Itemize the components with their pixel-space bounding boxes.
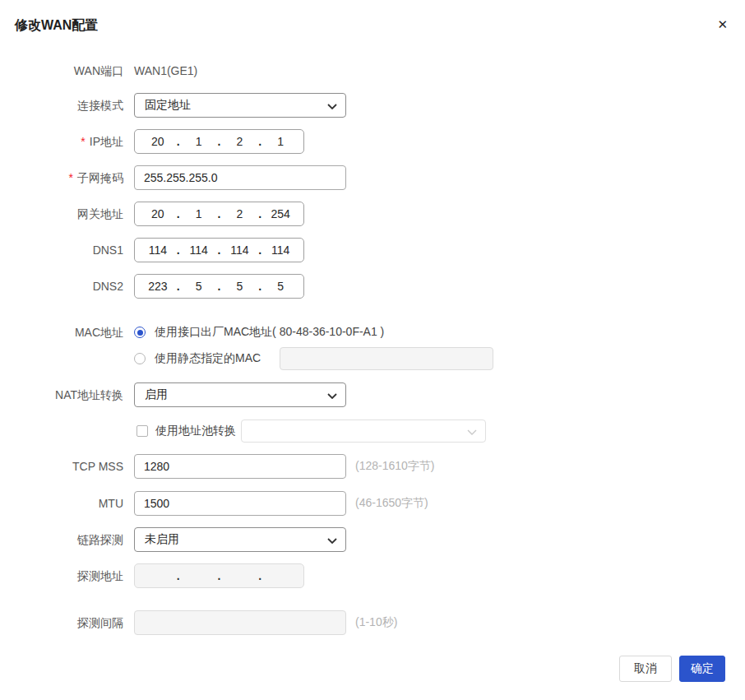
connection-mode-select[interactable]: 固定地址: [134, 93, 346, 118]
gateway-octet-4[interactable]: 254: [262, 207, 298, 220]
mac-address-label: MAC地址: [0, 326, 123, 339]
ip-octet-4[interactable]: 1: [262, 135, 298, 148]
mac-static-input: [280, 347, 493, 370]
mtu-hint: (46-1650字节): [355, 496, 428, 511]
row-dns1: DNS1 114 . 114 . 114 . 114: [0, 238, 745, 262]
detect-interval-label: 探测间隔: [0, 610, 123, 635]
mac-factory-option-label: 使用接口出厂MAC地址( 80-48-36-10-0F-A1 ): [155, 325, 384, 340]
tcp-mss-label: TCP MSS: [0, 454, 123, 479]
tcp-mss-input[interactable]: 1280: [134, 454, 346, 479]
ip-octet-3[interactable]: 2: [222, 135, 258, 148]
chevron-down-icon: [327, 387, 337, 402]
row-link-detect: 链路探测 未启用: [0, 527, 745, 552]
ip-address-input[interactable]: 20 . 1 . 2 . 1: [134, 129, 304, 154]
ok-button[interactable]: 确定: [679, 656, 725, 682]
dns2-octet-2[interactable]: 5: [181, 280, 217, 293]
row-address-pool: 使用地址池转换: [0, 420, 745, 443]
row-wan-port: WAN端口 WAN1(GE1): [0, 58, 745, 83]
ip-octet-1[interactable]: 20: [140, 135, 176, 148]
dns1-octet-4[interactable]: 114: [262, 243, 298, 257]
address-pool-checkbox[interactable]: [137, 425, 148, 437]
row-mtu: MTU 1500 (46-1650字节): [0, 491, 745, 516]
dns2-octet-4[interactable]: 5: [262, 280, 298, 293]
nat-select[interactable]: 启用: [134, 382, 346, 407]
link-detect-value: 未启用: [145, 532, 327, 547]
close-icon[interactable]: ✕: [717, 17, 728, 32]
netmask-input[interactable]: 255.255.255.0: [134, 165, 346, 190]
mtu-label: MTU: [0, 491, 123, 516]
octet-separator: .: [176, 569, 181, 582]
connection-mode-label: 连接模式: [0, 93, 123, 118]
gateway-octet-3[interactable]: 2: [222, 207, 258, 220]
required-marker: *: [69, 171, 73, 184]
cancel-button[interactable]: 取消: [619, 656, 672, 682]
ip-address-label: IP地址: [90, 135, 123, 148]
row-dns2: DNS2 223 . 5 . 5 . 5: [0, 274, 745, 299]
chevron-down-icon: [327, 98, 337, 113]
radio-unselected-icon[interactable]: [134, 353, 146, 364]
nat-label: NAT地址转换: [0, 382, 123, 407]
row-detect-interval: 探测间隔 (1-10秒): [0, 610, 745, 635]
nat-value: 启用: [145, 387, 327, 402]
row-tcp-mss: TCP MSS 1280 (128-1610字节): [0, 454, 745, 479]
dialog-title: 修改WAN配置: [15, 17, 98, 35]
tcp-mss-hint: (128-1610字节): [355, 459, 435, 474]
wan-port-value: WAN1(GE1): [134, 58, 197, 83]
mac-static-option: 使用静态指定的MAC: [134, 347, 493, 370]
dns2-label: DNS2: [0, 274, 123, 299]
gateway-octet-2[interactable]: 1: [181, 207, 217, 220]
gateway-octet-1[interactable]: 20: [140, 207, 176, 220]
required-marker: *: [81, 135, 85, 148]
detect-address-input: . . .: [134, 563, 304, 588]
dns1-octet-3[interactable]: 114: [222, 243, 258, 257]
mac-factory-option[interactable]: 使用接口出厂MAC地址( 80-48-36-10-0F-A1 ): [134, 326, 493, 339]
chevron-down-icon: [467, 424, 477, 438]
radio-selected-icon[interactable]: [134, 327, 146, 338]
row-detect-address: 探测地址 . . .: [0, 563, 745, 588]
netmask-label: 子网掩码: [77, 171, 123, 184]
link-detect-select[interactable]: 未启用: [134, 527, 346, 552]
row-mac-address: MAC地址 使用接口出厂MAC地址( 80-48-36-10-0F-A1 ) 使…: [0, 326, 745, 373]
octet-separator: .: [217, 569, 222, 582]
dns1-octet-2[interactable]: 114: [181, 243, 217, 257]
detect-interval-input: [134, 610, 346, 635]
dns1-octet-1[interactable]: 114: [140, 243, 176, 257]
dns2-octet-1[interactable]: 223: [140, 280, 176, 293]
wan-port-label: WAN端口: [0, 58, 123, 83]
dialog-footer: 取消 确定: [619, 656, 725, 682]
ip-octet-2[interactable]: 1: [181, 135, 217, 148]
row-connection-mode: 连接模式 固定地址: [0, 93, 745, 118]
octet-separator: .: [257, 569, 262, 582]
dns2-input[interactable]: 223 . 5 . 5 . 5: [134, 274, 304, 299]
gateway-label: 网关地址: [0, 202, 123, 226]
gateway-input[interactable]: 20 . 1 . 2 . 254: [134, 202, 304, 226]
connection-mode-value: 固定地址: [145, 98, 327, 113]
row-nat: NAT地址转换 启用: [0, 382, 745, 407]
address-pool-select: [241, 420, 486, 443]
chevron-down-icon: [327, 532, 337, 547]
dns1-label: DNS1: [0, 238, 123, 262]
row-ip-address: *IP地址 20 . 1 . 2 . 1: [0, 129, 745, 154]
address-pool-label: 使用地址池转换: [155, 424, 236, 438]
mtu-input[interactable]: 1500: [134, 491, 346, 516]
wan-config-dialog: 修改WAN配置 ✕ WAN端口 WAN1(GE1) 连接模式 固定地址 *IP地…: [0, 0, 745, 700]
detect-interval-hint: (1-10秒): [355, 615, 397, 630]
link-detect-label: 链路探测: [0, 527, 123, 552]
row-gateway: 网关地址 20 . 1 . 2 . 254: [0, 202, 745, 226]
row-netmask: *子网掩码 255.255.255.0: [0, 165, 745, 190]
dns2-octet-3[interactable]: 5: [222, 280, 258, 293]
mac-static-option-label: 使用静态指定的MAC: [155, 351, 261, 366]
dns1-input[interactable]: 114 . 114 . 114 . 114: [134, 238, 304, 262]
detect-address-label: 探测地址: [0, 563, 123, 588]
